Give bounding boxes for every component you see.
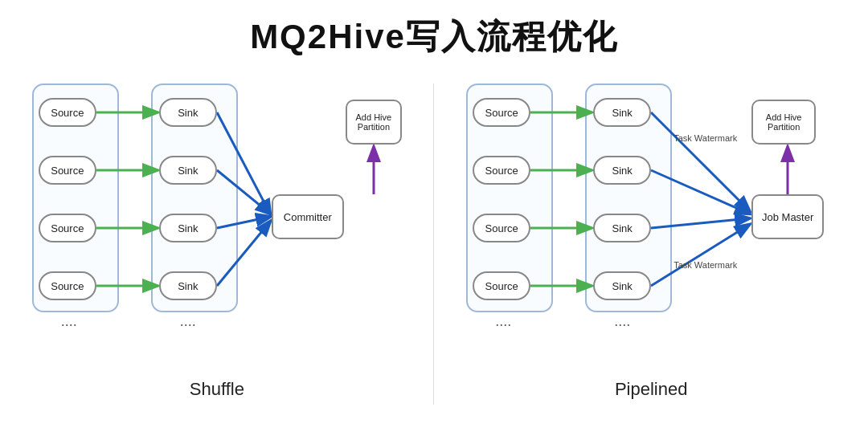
dots-source-left: .... xyxy=(61,313,77,330)
sink-2-right: Sink xyxy=(593,156,651,185)
label-pipelined: Pipelined xyxy=(615,379,688,400)
task-watermark-top: Task Watermark xyxy=(674,133,737,143)
sink-1-right: Sink xyxy=(593,98,651,127)
source-3-right: Source xyxy=(473,214,530,242)
sink-2-left: Sink xyxy=(159,156,217,185)
diagram-pipelined: Source Source Source Source Sink Sink Si… xyxy=(466,75,836,400)
svg-line-7 xyxy=(217,222,270,286)
source-4-left: Source xyxy=(39,271,96,300)
svg-line-15 xyxy=(651,218,749,228)
add-partition-right: Add HivePartition xyxy=(751,100,816,145)
label-shuffle: Shuffle xyxy=(190,379,244,400)
svg-line-5 xyxy=(217,170,270,214)
divider xyxy=(433,83,434,405)
svg-line-6 xyxy=(217,217,270,228)
svg-line-16 xyxy=(651,225,749,286)
source-3-left: Source xyxy=(39,214,96,242)
page-title: MQ2Hive写入流程优化 xyxy=(0,0,868,67)
dots-source-right: .... xyxy=(495,313,511,330)
svg-line-13 xyxy=(651,112,749,210)
source-2-left: Source xyxy=(39,156,96,185)
add-partition-left: Add HivePartition xyxy=(346,100,402,145)
diagram-shuffle: Source Source Source Source Sink Sink Si… xyxy=(32,75,402,400)
committer-left: Committer xyxy=(272,194,344,239)
sink-3-left: Sink xyxy=(159,214,217,242)
diagram-pipelined-content: Source Source Source Source Sink Sink Si… xyxy=(466,75,836,373)
task-watermark-bottom: Task Watermark xyxy=(674,260,737,270)
diagram-shuffle-content: Source Source Source Source Sink Sink Si… xyxy=(32,75,402,373)
source-2-right: Source xyxy=(473,156,530,185)
sink-1-left: Sink xyxy=(159,98,217,127)
sink-4-left: Sink xyxy=(159,271,217,300)
svg-line-4 xyxy=(217,112,270,214)
dots-sink-left: .... xyxy=(180,313,196,330)
source-1-right: Source xyxy=(473,98,530,127)
source-4-right: Source xyxy=(473,271,530,300)
source-1-left: Source xyxy=(39,98,96,127)
svg-line-14 xyxy=(651,170,749,214)
diagrams-container: Source Source Source Source Sink Sink Si… xyxy=(0,67,868,405)
job-master-right: Job Master xyxy=(751,194,824,239)
sink-3-right: Sink xyxy=(593,214,651,242)
sink-4-right: Sink xyxy=(593,271,651,300)
dots-sink-right: .... xyxy=(614,313,630,330)
